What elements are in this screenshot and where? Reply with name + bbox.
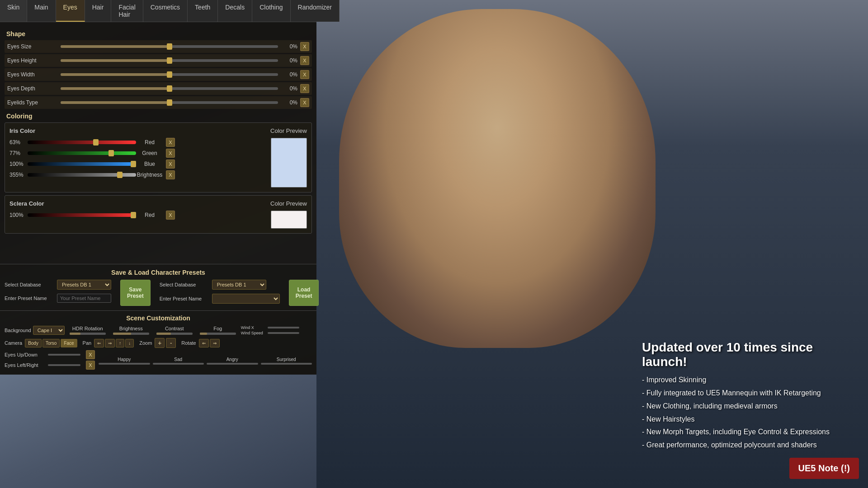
hdr-slider[interactable] — [70, 333, 106, 335]
tab-facial-hair[interactable]: Facial Hair — [111, 0, 143, 22]
ue5-note-button[interactable]: UE5 Note (!) — [789, 458, 859, 479]
tab-randomizer[interactable]: Randomizer — [291, 0, 340, 22]
contrast-label: Contrast — [165, 326, 184, 331]
eyes-depth-track[interactable] — [61, 87, 278, 90]
background-control: Background Cape I — [5, 326, 65, 335]
iris-blue-label: Blue — [136, 161, 163, 167]
zoom-plus-btn[interactable]: + — [155, 338, 165, 348]
angry-slider[interactable] — [207, 363, 258, 365]
iris-green-pct: 77% — [9, 150, 28, 156]
iris-red-reset[interactable]: X — [166, 138, 175, 147]
tab-cosmetics[interactable]: Cosmetics — [143, 0, 188, 22]
eyes-left-right-slider[interactable] — [48, 364, 80, 366]
pan-btn-group: ⇐ ⇒ ↑ ↓ — [94, 339, 134, 347]
iris-brightness-reset[interactable]: X — [166, 170, 175, 179]
surprised-control: Surprised — [261, 357, 312, 365]
eyes-width-reset[interactable]: X — [300, 70, 309, 79]
wind-x-slider[interactable] — [268, 327, 299, 328]
info-point-6: - Great performance, optimized polycount… — [642, 439, 859, 452]
eyes-width-track[interactable] — [61, 73, 278, 76]
load-name-label: Enter Preset Name — [160, 296, 209, 301]
eyes-up-down-reset[interactable]: X — [86, 350, 95, 359]
pan-left-btn[interactable]: ⇐ — [94, 339, 104, 347]
eyelids-type-row: Eyelids Type 0% X — [5, 96, 312, 109]
cam-torso-btn[interactable]: Torso — [42, 339, 60, 347]
rotate-left-btn[interactable]: ⇐ — [199, 339, 209, 347]
scene-section: Scene Customization Background Cape I HD… — [0, 310, 316, 375]
tab-clothing[interactable]: Clothing — [252, 0, 290, 22]
cam-body-btn[interactable]: Body — [25, 339, 42, 347]
rotate-btn-group: ⇐ ⇒ — [199, 339, 220, 347]
pan-right-btn[interactable]: ⇒ — [105, 339, 115, 347]
iris-green-label: Green — [136, 150, 163, 156]
iris-green-track[interactable] — [28, 151, 136, 155]
eyes-up-down-slider[interactable] — [48, 354, 80, 356]
eyelids-type-reset[interactable]: X — [300, 98, 309, 107]
load-preset-button[interactable]: LoadPreset — [289, 280, 319, 306]
tab-decals[interactable]: Decals — [218, 0, 252, 22]
sclera-red-label: Red — [136, 212, 163, 218]
tab-hair[interactable]: Hair — [85, 0, 112, 22]
eyes-width-label: Eyes Width — [7, 71, 57, 78]
fog-label: Fog — [213, 326, 222, 331]
brightness-slider[interactable] — [113, 333, 149, 335]
eyes-size-reset[interactable]: X — [300, 42, 309, 51]
load-name-select[interactable] — [212, 294, 280, 304]
eyes-left-right-reset[interactable]: X — [86, 361, 95, 370]
wind-speed-slider[interactable] — [268, 332, 299, 334]
happy-slider[interactable] — [99, 363, 150, 365]
save-preset-button[interactable]: SavePreset — [120, 280, 151, 306]
load-db-row: Select Database Presets DB 1 — [160, 280, 280, 290]
hdr-rotation-control: HDR Rotation — [67, 326, 108, 335]
wind-speed-label: Wind Speed — [241, 331, 266, 335]
eyelids-type-label: Eyelids Type — [7, 99, 57, 106]
eyes-size-track[interactable] — [61, 45, 278, 48]
pan-up-btn[interactable]: ↑ — [116, 339, 124, 347]
save-name-label: Enter Preset Name — [5, 296, 54, 301]
background-select[interactable]: Cape I — [33, 326, 65, 335]
iris-blue-reset[interactable]: X — [166, 160, 175, 169]
wind-group: Wind X Wind Speed — [241, 325, 299, 335]
iris-green-row: 77% Green X — [9, 149, 266, 158]
camera-btn-group: Body Torso Face — [25, 339, 77, 347]
sad-label: Sad — [174, 357, 182, 362]
tab-main[interactable]: Main — [27, 0, 56, 22]
save-name-input[interactable] — [57, 294, 111, 303]
save-db-select[interactable]: Presets DB 1 — [57, 280, 111, 290]
contrast-slider[interactable] — [156, 333, 193, 335]
iris-color-section: Iris Color Color Preview 63% Red X — [5, 122, 312, 192]
rotate-right-btn[interactable]: ⇒ — [210, 339, 220, 347]
tab-teeth[interactable]: Teeth — [188, 0, 218, 22]
iris-brightness-track[interactable] — [28, 173, 136, 177]
background-label: Background — [5, 328, 31, 333]
iris-red-track[interactable] — [28, 141, 136, 144]
iris-blue-track[interactable] — [28, 162, 136, 166]
fog-slider[interactable] — [200, 333, 236, 335]
iris-brightness-pct: 355% — [9, 172, 28, 178]
sclera-red-reset[interactable]: X — [166, 211, 175, 220]
wind-x-control: Wind X — [241, 325, 299, 330]
load-db-select[interactable]: Presets DB 1 — [212, 280, 266, 290]
zoom-minus-btn[interactable]: - — [166, 338, 176, 348]
iris-green-reset[interactable]: X — [166, 149, 175, 158]
fog-control: Fog — [198, 326, 238, 335]
eyes-height-track[interactable] — [61, 59, 278, 62]
tab-skin[interactable]: Skin — [0, 0, 27, 22]
cam-face-btn[interactable]: Face — [61, 339, 77, 347]
eyes-height-reset[interactable]: X — [300, 56, 309, 65]
iris-blue-row: 100% Blue X — [9, 160, 266, 169]
save-load-section: Save & Load Character Presets Select Dat… — [0, 264, 316, 310]
eyelids-type-track[interactable] — [61, 101, 278, 104]
sclera-color-title: Sclera Color — [9, 200, 44, 207]
eyes-size-label: Eyes Size — [7, 43, 57, 50]
sclera-color-preview — [271, 211, 307, 229]
iris-color-title: Iris Color — [9, 127, 35, 134]
surprised-slider[interactable] — [261, 363, 312, 365]
iris-brightness-label: Brightness — [136, 172, 163, 178]
sad-slider[interactable] — [153, 363, 204, 365]
tab-eyes[interactable]: Eyes — [56, 0, 85, 22]
sclera-red-track[interactable] — [28, 213, 136, 217]
pan-down-btn[interactable]: ↓ — [125, 339, 134, 347]
eyes-depth-reset[interactable]: X — [300, 84, 309, 93]
tab-bar: Skin Main Eyes Hair Facial Hair Cosmetic… — [0, 0, 316, 22]
